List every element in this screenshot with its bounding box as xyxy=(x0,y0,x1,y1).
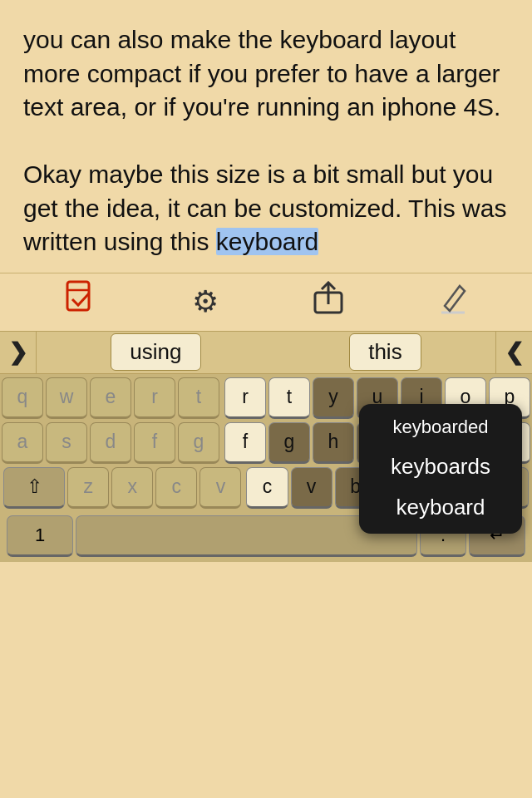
key-t-left[interactable]: t xyxy=(178,377,219,419)
word-chip-this[interactable]: this xyxy=(349,333,421,371)
share-icon[interactable] xyxy=(313,281,343,323)
suggestion-item-2[interactable]: keyboard xyxy=(359,487,522,529)
highlighted-word: keyboard xyxy=(216,228,318,255)
check-document-icon[interactable] xyxy=(64,280,97,324)
key-f-right[interactable]: f xyxy=(224,422,266,464)
key-e[interactable]: e xyxy=(90,377,131,419)
key-v-left[interactable]: v xyxy=(200,467,241,509)
key-g-left[interactable]: g xyxy=(178,422,219,464)
key-s[interactable]: s xyxy=(46,422,87,464)
edit-icon[interactable] xyxy=(438,281,468,323)
key-c-left[interactable]: c xyxy=(155,467,197,509)
key-number[interactable]: 1 xyxy=(7,515,73,557)
key-r-left[interactable]: r xyxy=(134,377,175,419)
gear-icon[interactable]: ⚙ xyxy=(192,284,219,319)
word-chip-using[interactable]: using xyxy=(111,333,200,371)
key-g-right[interactable]: g xyxy=(268,422,310,464)
key-t-right[interactable]: t xyxy=(268,377,310,419)
suggestion-item-1[interactable]: keyboards xyxy=(359,446,522,488)
key-a[interactable]: a xyxy=(2,422,43,464)
key-q[interactable]: q xyxy=(2,377,43,419)
key-v-right[interactable]: v xyxy=(291,467,332,509)
toolbar: ⚙ xyxy=(0,273,532,331)
key-f-left[interactable]: f xyxy=(134,422,175,464)
key-x[interactable]: x xyxy=(111,467,153,509)
key-r-right[interactable]: r xyxy=(224,377,266,419)
word-strip: ❯ using this ❮ xyxy=(0,331,532,374)
key-z[interactable]: z xyxy=(67,467,109,509)
paragraph-1: you can also make the keyboard layout mo… xyxy=(23,23,509,125)
key-d[interactable]: d xyxy=(90,422,131,464)
suggestions-popup: keyboarded keyboards keyboard xyxy=(359,404,522,534)
key-y[interactable]: y xyxy=(313,377,354,419)
key-h[interactable]: h xyxy=(313,422,354,464)
text-area[interactable]: you can also make the keyboard layout mo… xyxy=(0,0,532,273)
key-w[interactable]: w xyxy=(46,377,87,419)
suggestion-item-0[interactable]: keyboarded xyxy=(359,409,522,446)
paragraph-2: Okay maybe this size is a bit small but … xyxy=(23,158,509,259)
key-c-right[interactable]: c xyxy=(246,467,288,509)
word-strip-right-arrow[interactable]: ❮ xyxy=(495,332,532,373)
key-shift[interactable]: ⇧ xyxy=(3,467,65,509)
word-strip-left-arrow[interactable]: ❯ xyxy=(0,332,37,373)
word-strip-words: using this xyxy=(37,332,495,373)
